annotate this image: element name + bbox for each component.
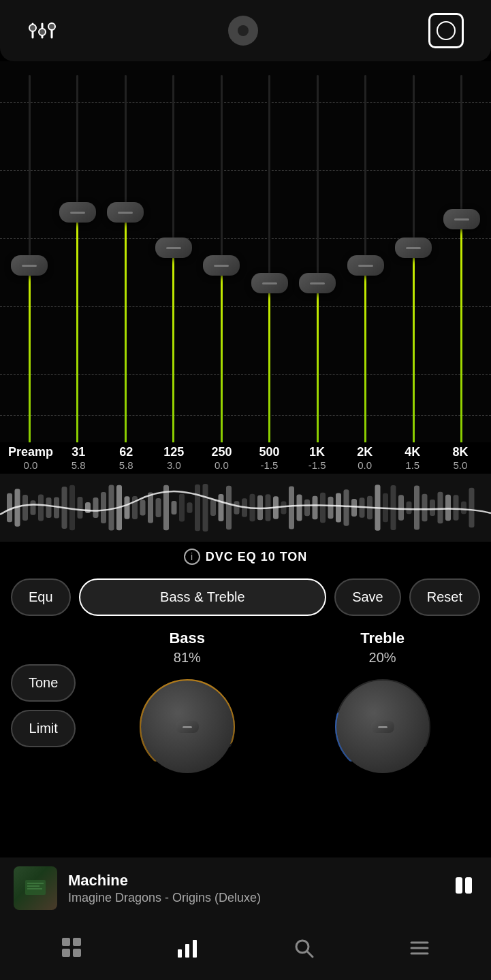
eq-band-name-2K: 2K	[357, 445, 373, 459]
eq-thumb-8K[interactable]	[443, 209, 480, 229]
svg-rect-28	[172, 501, 177, 514]
svg-rect-51	[351, 499, 357, 517]
eq-slider-1K[interactable]	[294, 75, 342, 442]
eq-band-name-Preamp: Preamp	[8, 445, 53, 459]
bass-label: Bass	[169, 630, 205, 647]
svg-rect-26	[156, 498, 161, 517]
svg-point-5	[48, 23, 55, 30]
track-info: Machine Imagine Dragons - Origins (Delux…	[68, 872, 439, 905]
eq-band-name-62: 62	[119, 445, 133, 459]
eq-label-250: 2500.0	[197, 445, 245, 471]
eq-section	[0, 61, 491, 442]
nav-menu-icon[interactable]	[409, 937, 430, 962]
eq-thumb-62[interactable]	[107, 202, 144, 223]
eq-slider-8K[interactable]	[438, 75, 486, 442]
svg-rect-49	[336, 493, 341, 523]
eq-slider-125[interactable]	[150, 75, 198, 442]
svg-rect-48	[328, 497, 334, 519]
svg-rect-81	[178, 949, 182, 958]
save-button[interactable]: Save	[334, 578, 401, 616]
eq-label-125: 1253.0	[150, 445, 197, 471]
eq-thumb-1K[interactable]	[299, 273, 336, 293]
svg-line-85	[307, 951, 313, 957]
equ-button[interactable]: Equ	[11, 578, 71, 616]
eq-slider-62[interactable]	[101, 75, 150, 442]
svg-rect-44	[297, 494, 302, 521]
eq-band-val-1K: -1.5	[308, 459, 326, 471]
treble-knob[interactable]	[328, 672, 437, 781]
svg-rect-17	[85, 502, 91, 513]
eq-thumb-125[interactable]	[155, 238, 192, 258]
eq-thumb-250[interactable]	[203, 255, 240, 276]
center-dot-icon[interactable]	[228, 16, 258, 46]
eq-slider-2K[interactable]	[342, 75, 390, 442]
eq-thumb-Preamp[interactable]	[11, 255, 48, 276]
eq-slider-500[interactable]	[246, 75, 294, 442]
svg-rect-75	[456, 877, 462, 894]
bass-treble-button[interactable]: Bass & Treble	[79, 578, 327, 616]
svg-point-1	[29, 24, 36, 31]
svg-rect-12	[46, 497, 52, 518]
svg-rect-71	[25, 880, 46, 895]
bass-treble-section: Tone Limit Bass 81%	[0, 623, 491, 795]
eq-band-val-500: -1.5	[261, 459, 279, 471]
svg-rect-10	[31, 500, 36, 515]
svg-rect-59	[414, 485, 419, 529]
eq-band-name-500: 500	[259, 445, 279, 459]
bass-knob[interactable]	[133, 672, 242, 781]
eq-band-val-125: 3.0	[167, 459, 181, 471]
eq-thumb-2K[interactable]	[347, 255, 384, 276]
svg-rect-34	[219, 494, 224, 521]
eq-thumb-500[interactable]	[251, 273, 288, 293]
surround-sound-icon[interactable]	[428, 13, 464, 48]
svg-rect-23	[132, 496, 138, 519]
svg-rect-73	[27, 885, 39, 887]
svg-rect-62	[438, 492, 443, 524]
eq-thumb-4K[interactable]	[395, 238, 432, 258]
limit-button[interactable]: Limit	[11, 710, 76, 747]
svg-rect-33	[210, 500, 216, 516]
eq-band-name-1K: 1K	[309, 445, 325, 459]
svg-rect-50	[344, 489, 349, 525]
eq-slider-250[interactable]	[197, 75, 246, 442]
treble-value: 20%	[369, 650, 396, 666]
svg-rect-66	[469, 488, 475, 527]
treble-knob-wrap: Treble 20%	[328, 630, 437, 781]
dvc-label-row: i DVC EQ 10 TON	[0, 542, 491, 572]
eq-band-val-4K: 1.5	[405, 459, 419, 471]
svg-rect-77	[62, 938, 70, 946]
svg-rect-61	[430, 500, 435, 516]
play-pause-button[interactable]	[450, 872, 477, 904]
track-artist: Imagine Dragons - Origins (Deluxe)	[68, 891, 439, 905]
eq-slider-4K[interactable]	[390, 75, 438, 442]
mixer-icon[interactable]	[27, 18, 57, 43]
eq-label-31: 315.8	[54, 445, 102, 471]
nav-grid-icon[interactable]	[61, 936, 82, 963]
eq-slider-Preamp[interactable]	[5, 75, 54, 442]
eq-band-val-31: 5.8	[72, 459, 86, 471]
svg-rect-42	[281, 501, 287, 514]
svg-rect-47	[320, 493, 326, 523]
svg-rect-65	[461, 502, 466, 514]
svg-rect-72	[27, 883, 44, 884]
eq-label-1K: 1K-1.5	[294, 445, 341, 471]
svg-rect-31	[195, 485, 200, 531]
eq-band-name-250: 250	[211, 445, 232, 459]
treble-label: Treble	[360, 630, 405, 647]
eq-band-name-8K: 8K	[452, 445, 468, 459]
svg-rect-18	[93, 497, 99, 518]
eq-thumb-31[interactable]	[59, 202, 96, 223]
svg-rect-15	[69, 485, 75, 530]
eq-slider-31[interactable]	[54, 75, 102, 442]
tone-button[interactable]: Tone	[11, 664, 76, 702]
bottom-nav	[0, 919, 491, 980]
svg-rect-22	[125, 496, 130, 519]
nav-search-icon[interactable]	[293, 937, 315, 962]
eq-band-val-2K: 0.0	[358, 459, 372, 471]
svg-rect-60	[422, 494, 428, 522]
svg-rect-24	[140, 500, 146, 515]
reset-button[interactable]: Reset	[409, 578, 480, 616]
nav-chart-icon[interactable]	[176, 937, 198, 962]
bass-knob-indicator	[176, 721, 199, 733]
svg-rect-82	[185, 944, 189, 958]
